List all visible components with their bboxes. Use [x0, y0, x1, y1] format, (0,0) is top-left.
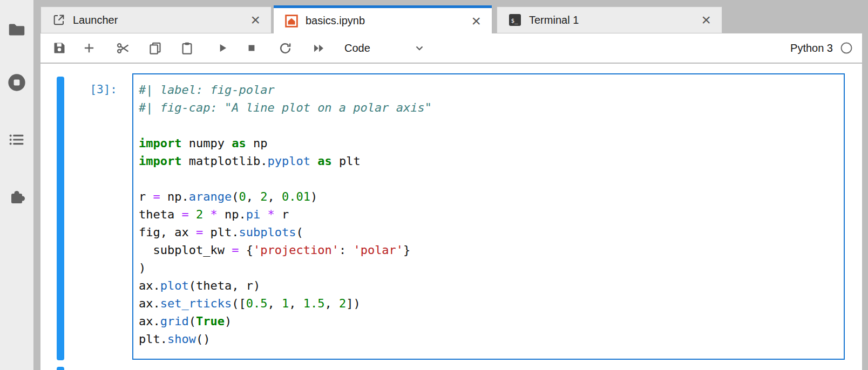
jupyterlab-app: Launcher × basics.ipynb × $_ Terminal 1 …	[0, 0, 868, 370]
cell-type-label: Code	[344, 42, 370, 54]
save-button[interactable]	[49, 37, 70, 59]
paste-icon[interactable]	[176, 37, 198, 59]
close-icon[interactable]: ×	[250, 13, 260, 27]
restart-kernel-icon[interactable]	[274, 37, 296, 59]
terminal-icon: $_	[508, 13, 522, 27]
svg-text:$_: $_	[511, 17, 519, 24]
code-line: ax.set_rticks([0.5, 1, 1.5, 2])	[139, 294, 838, 312]
sidebar-item-table-of-contents[interactable]	[0, 121, 33, 159]
code-line: ax.grid(True)	[139, 312, 838, 330]
sidebar-item-running-sessions[interactable]	[0, 64, 33, 101]
code-line: r = np.arange(0, 2, 0.01)	[139, 188, 838, 205]
notebook-panel: Code Python 3 [3]: #| label: fig-polar#|…	[40, 33, 862, 370]
stop-circle-icon	[6, 72, 27, 93]
code-lines: #| label: fig-polar#| fig-cap: "A line p…	[133, 74, 844, 348]
tab-label: basics.ipynb	[306, 15, 365, 27]
tab-basics-ipynb[interactable]: basics.ipynb ×	[274, 5, 492, 33]
code-line: import numpy as np	[139, 134, 838, 152]
cell-type-dropdown[interactable]: Code	[344, 37, 426, 59]
left-sidebar	[0, 0, 33, 370]
code-line: fig, ax = plt.subplots(	[139, 223, 838, 241]
copy-icon[interactable]	[144, 37, 166, 59]
sidebar-item-file-browser[interactable]	[0, 11, 33, 49]
close-icon[interactable]: ×	[701, 13, 711, 27]
code-line: #| fig-cap: "A line plot on a polar axis…	[139, 99, 838, 117]
launcher-icon	[52, 13, 66, 27]
insert-cell-icon[interactable]	[78, 37, 100, 59]
notebook-toolbar: Code Python 3	[40, 33, 862, 64]
folder-icon	[6, 19, 27, 40]
kernel-status-icon[interactable]	[840, 42, 853, 54]
tab-terminal-1[interactable]: $_ Terminal 1 ×	[497, 6, 722, 33]
puzzle-icon	[6, 186, 28, 208]
code-line: )	[139, 259, 838, 277]
kernel-name[interactable]: Python 3	[790, 33, 833, 63]
code-line: ax.plot(theta, r)	[139, 277, 838, 294]
cell-collapser[interactable]	[57, 77, 64, 360]
close-icon[interactable]: ×	[471, 14, 481, 28]
tab-launcher[interactable]: Launcher ×	[40, 6, 272, 33]
code-cell-editor[interactable]: #| label: fig-polar#| fig-cap: "A line p…	[132, 73, 845, 360]
run-cell-icon[interactable]	[212, 37, 233, 59]
tab-label: Terminal 1	[529, 14, 579, 26]
next-cell-collapser[interactable]	[57, 367, 64, 370]
code-line	[139, 170, 838, 188]
execution-count: [3]:	[62, 83, 117, 96]
code-line	[139, 117, 838, 134]
code-line: plt.show()	[139, 330, 838, 348]
cut-icon[interactable]	[112, 37, 134, 59]
interrupt-kernel-icon[interactable]	[241, 37, 262, 59]
tab-label: Launcher	[73, 14, 118, 26]
list-icon	[6, 129, 27, 150]
sidebar-item-extensions[interactable]	[0, 178, 33, 216]
notebook-icon	[284, 14, 299, 28]
code-line: #| label: fig-polar	[139, 81, 838, 99]
code-line: subplot_kw = {'projection': 'polar'}	[139, 241, 838, 259]
code-line: import matplotlib.pyplot as plt	[139, 152, 838, 170]
notebook-content: [3]: #| label: fig-polar#| fig-cap: "A l…	[40, 64, 862, 370]
chevron-down-icon	[413, 42, 426, 54]
code-line: theta = 2 * np.pi * r	[139, 205, 838, 223]
restart-run-all-icon[interactable]	[308, 37, 329, 59]
